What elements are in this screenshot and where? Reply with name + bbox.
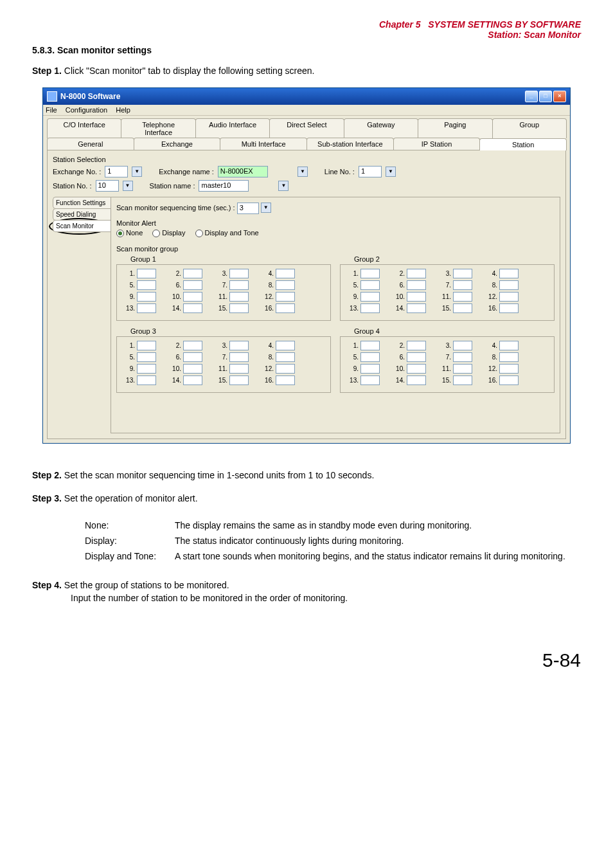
group-input[interactable] (137, 269, 156, 278)
group-input[interactable] (276, 280, 295, 290)
group-input[interactable] (276, 341, 295, 350)
group-input[interactable] (499, 341, 519, 350)
group-input[interactable] (183, 292, 202, 302)
group-input[interactable] (229, 341, 249, 350)
group-input[interactable] (183, 269, 202, 278)
group-input[interactable] (453, 269, 472, 278)
tab-station[interactable]: Station (479, 138, 567, 150)
group-input[interactable] (137, 303, 156, 313)
station-no-input[interactable]: 10 (96, 180, 119, 192)
group-input[interactable] (453, 341, 472, 350)
group-input[interactable] (407, 352, 426, 362)
tab-substation-interface[interactable]: Sub-station Interface (306, 138, 394, 150)
group-input[interactable] (453, 352, 472, 362)
group-input[interactable] (407, 303, 426, 313)
group-input[interactable] (229, 269, 249, 278)
tab-multi-interface[interactable]: Multi Interface (220, 138, 307, 150)
group-input[interactable] (229, 352, 249, 362)
group-input[interactable] (360, 303, 380, 313)
group-input[interactable] (183, 303, 202, 313)
station-name-input[interactable]: master10 (199, 180, 249, 192)
group-input[interactable] (453, 303, 472, 313)
group-input[interactable] (276, 364, 295, 374)
group-input[interactable] (183, 364, 202, 374)
group-input[interactable] (276, 352, 295, 362)
group-input[interactable] (183, 375, 202, 385)
group-input[interactable] (137, 280, 156, 290)
group-input[interactable] (229, 280, 249, 290)
station-no-dropdown-icon[interactable]: ▼ (123, 181, 133, 191)
minimize-button[interactable]: _ (525, 91, 538, 102)
group-input[interactable] (183, 352, 202, 362)
group-input[interactable] (453, 292, 472, 302)
group-input[interactable] (276, 269, 295, 278)
side-tab-speed-dialing[interactable]: Speed Dialing (53, 208, 111, 221)
group-input[interactable] (229, 292, 249, 302)
group-input[interactable] (183, 341, 202, 350)
group-input[interactable] (407, 292, 426, 302)
group-input[interactable] (360, 269, 380, 278)
group-input[interactable] (360, 375, 380, 385)
line-no-dropdown-icon[interactable]: ▼ (386, 167, 396, 177)
group-input[interactable] (499, 352, 519, 362)
group-input[interactable] (499, 269, 519, 278)
tab-co-interface[interactable]: C/O Interface (47, 118, 121, 138)
group-input[interactable] (229, 303, 249, 313)
group-input[interactable] (137, 364, 156, 374)
menu-config[interactable]: Configuration (66, 106, 107, 114)
group-input[interactable] (183, 280, 202, 290)
close-button[interactable]: × (553, 91, 566, 102)
group-input[interactable] (229, 375, 249, 385)
side-tab-scan-monitor[interactable]: Scan Monitor (53, 220, 111, 232)
group-input[interactable] (499, 280, 519, 290)
radio-none[interactable]: None (116, 229, 143, 237)
tab-general[interactable]: General (47, 138, 134, 150)
group-input[interactable] (407, 269, 426, 278)
group-input[interactable] (453, 364, 472, 374)
radio-display[interactable]: Display (152, 229, 185, 237)
line-no-input[interactable]: 1 (359, 166, 382, 177)
group-input[interactable] (276, 292, 295, 302)
tab-gateway[interactable]: Gateway (344, 118, 418, 138)
group-input[interactable] (276, 303, 295, 313)
group-input[interactable] (407, 280, 426, 290)
group-input[interactable] (360, 280, 380, 290)
side-tab-function-settings[interactable]: Function Settings (53, 197, 111, 209)
exchange-no-input[interactable]: 1 (105, 166, 128, 177)
group-input[interactable] (499, 375, 519, 385)
station-name-dropdown-icon[interactable]: ▼ (278, 181, 289, 191)
exchange-name-dropdown-icon[interactable]: ▼ (298, 167, 308, 177)
radio-display-tone[interactable]: Display and Tone (195, 229, 259, 237)
group-input[interactable] (407, 375, 426, 385)
group-input[interactable] (407, 341, 426, 350)
tab-paging[interactable]: Paging (418, 118, 492, 138)
tab-exchange[interactable]: Exchange (134, 138, 221, 150)
seq-time-input[interactable]: 3 (237, 203, 259, 214)
tab-audio-interface[interactable]: Audio Interface (195, 118, 270, 138)
group-input[interactable] (407, 364, 426, 374)
exchange-no-dropdown-icon[interactable]: ▼ (132, 167, 142, 177)
group-input[interactable] (137, 292, 156, 302)
group-input[interactable] (137, 341, 156, 350)
group-input[interactable] (499, 303, 519, 313)
exchange-name-input[interactable]: N-8000EX (218, 166, 268, 177)
menu-help[interactable]: Help (116, 106, 130, 114)
group-input[interactable] (453, 280, 472, 290)
group-input[interactable] (276, 375, 295, 385)
tab-telephone-interface[interactable]: Telephone Interface (121, 118, 195, 138)
menu-file[interactable]: File (46, 106, 57, 114)
tab-ip-station[interactable]: IP Station (393, 138, 481, 150)
tab-direct-select[interactable]: Direct Select (269, 118, 344, 138)
group-input[interactable] (137, 375, 156, 385)
seq-time-dropdown-icon[interactable]: ▼ (261, 203, 271, 213)
group-input[interactable] (453, 375, 472, 385)
group-input[interactable] (360, 364, 380, 374)
group-input[interactable] (229, 364, 249, 374)
group-input[interactable] (499, 292, 519, 302)
group-input[interactable] (137, 352, 156, 362)
group-input[interactable] (360, 341, 380, 350)
group-input[interactable] (360, 352, 380, 362)
tab-group[interactable]: Group (492, 118, 567, 138)
maximize-button[interactable]: □ (539, 91, 552, 102)
group-input[interactable] (499, 364, 519, 374)
